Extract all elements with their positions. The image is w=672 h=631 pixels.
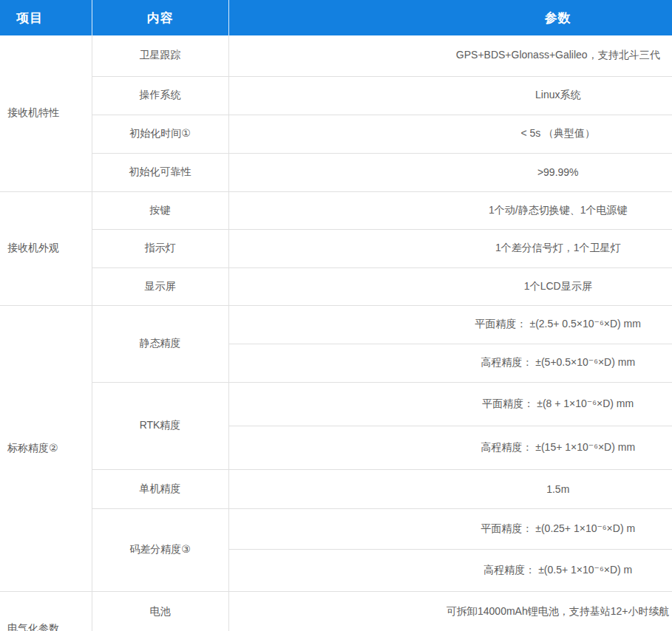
content-cell: 静态精度 [92,305,228,382]
parameter-cell: 可拆卸14000mAh锂电池，支持基站12+小时续航 [228,591,672,631]
group-cell: 接收机特性 [0,35,92,191]
table-row: 接收机外观按键1个动/静态切换键、1个电源键 [0,191,672,229]
parameter-cell: 高程精度： ±(0.5+ 1×10⁻⁶×D) m [228,549,672,591]
spec-table-body: 接收机特性卫星跟踪GPS+BDS+Glonass+Galileo，支持北斗三代操… [0,35,672,631]
parameter-cell: 平面精度： ±(2.5+ 0.5×10⁻⁶×D) mm [228,305,672,344]
table-row: 电气化参数电池可拆卸14000mAh锂电池，支持基站12+小时续航 [0,591,672,631]
parameter-cell: 平面精度： ±(0.25+ 1×10⁻⁶×D) m [228,508,672,549]
table-row: 初始化可靠性>99.99% [0,153,672,191]
parameter-cell: 平面精度： ±(8 + 1×10⁻⁶×D) mm [228,382,672,426]
table-row: 接收机特性卫星跟踪GPS+BDS+Glonass+Galileo，支持北斗三代 [0,35,672,76]
content-cell: 单机精度 [92,469,228,508]
parameter-cell: 1个LCD显示屏 [228,267,672,305]
table-row: 指示灯1个差分信号灯，1个卫星灯 [0,229,672,267]
parameter-cell: < 5s （典型值） [228,115,672,153]
header-cell-parameter: 参数 [228,0,672,35]
table-row: 码差分精度③平面精度： ±(0.25+ 1×10⁻⁶×D) m [0,508,672,549]
content-cell: RTK精度 [92,382,228,469]
content-cell: 卫星跟踪 [92,35,228,76]
header-cell-item: 项目 [0,0,92,35]
table-row: 单机精度1.5m [0,469,672,508]
parameter-cell: Linux系统 [228,76,672,115]
spec-table: 项目 内容 参数 接收机特性卫星跟踪GPS+BDS+Glonass+Galile… [0,0,672,631]
table-row: RTK精度平面精度： ±(8 + 1×10⁻⁶×D) mm [0,382,672,426]
table-header-row: 项目 内容 参数 [0,0,672,35]
parameter-cell: >99.99% [228,153,672,191]
spec-page: 项目 内容 参数 接收机特性卫星跟踪GPS+BDS+Glonass+Galile… [0,0,672,631]
parameter-cell: 高程精度： ±(15+ 1×10⁻⁶×D) mm [228,426,672,469]
parameter-cell: 1个动/静态切换键、1个电源键 [228,191,672,229]
content-cell: 指示灯 [92,229,228,267]
table-row: 操作系统Linux系统 [0,76,672,115]
parameter-cell: GPS+BDS+Glonass+Galileo，支持北斗三代 [228,35,672,76]
content-cell: 显示屏 [92,267,228,305]
content-cell: 操作系统 [92,76,228,115]
content-cell: 初始化可靠性 [92,153,228,191]
table-row: 标称精度②静态精度平面精度： ±(2.5+ 0.5×10⁻⁶×D) mm [0,305,672,344]
group-cell: 接收机外观 [0,191,92,305]
group-cell: 电气化参数 [0,591,92,631]
content-cell: 按键 [92,191,228,229]
parameter-cell: 高程精度： ±(5+0.5×10⁻⁶×D) mm [228,344,672,382]
group-cell: 标称精度② [0,305,92,591]
header-cell-content: 内容 [92,0,228,35]
table-row: 显示屏1个LCD显示屏 [0,267,672,305]
content-cell: 初始化时间① [92,115,228,153]
parameter-cell: 1.5m [228,469,672,508]
parameter-cell: 1个差分信号灯，1个卫星灯 [228,229,672,267]
content-cell: 电池 [92,591,228,631]
table-row: 初始化时间①< 5s （典型值） [0,115,672,153]
content-cell: 码差分精度③ [92,508,228,591]
